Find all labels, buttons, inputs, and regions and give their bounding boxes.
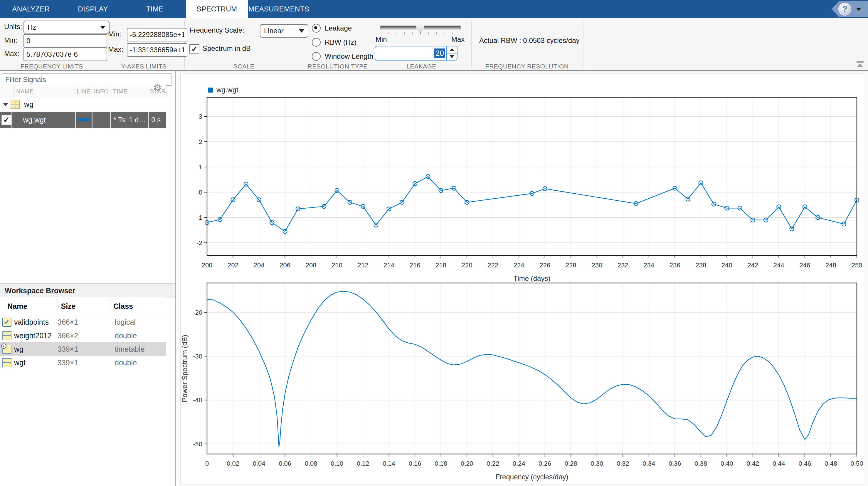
resolution-option-window-length[interactable]: Window Length bbox=[312, 52, 373, 60]
collapse-arrow-icon[interactable] bbox=[3, 103, 8, 106]
collapse-ribbon-button[interactable] bbox=[856, 61, 865, 70]
freq-min-label: Min: bbox=[4, 34, 17, 47]
tab-analyzer[interactable]: ANALYZER bbox=[0, 0, 62, 18]
signal-row-selected[interactable]: ✓ wg.wgt * Ts: 1 d… 0 s bbox=[0, 112, 166, 128]
spectrum-plot-area[interactable] bbox=[207, 283, 857, 454]
signal-group-row[interactable]: wg bbox=[0, 97, 166, 111]
tab-bar: ANALYZERDISPLAYTIMESPECTRUMMEASUREMENTS bbox=[0, 0, 868, 18]
display-panel: wg.wgt 200202204206208210212214216218220… bbox=[176, 71, 868, 486]
x-tick-label: 0.14 bbox=[382, 460, 395, 467]
x-tick-label: 242 bbox=[748, 261, 758, 269]
signal-name: wg.wgt bbox=[12, 116, 46, 124]
leakage-slider-ticks bbox=[380, 32, 461, 34]
yaxes-max-label: Max: bbox=[108, 43, 123, 56]
freq-max-label: Max: bbox=[4, 48, 20, 60]
y-tick-label: 2 bbox=[199, 138, 202, 145]
tab-display[interactable]: DISPLAY bbox=[62, 0, 124, 18]
variable-name: weight2012 bbox=[14, 332, 52, 340]
help-button[interactable]: ? bbox=[832, 1, 868, 17]
spin-down-button[interactable] bbox=[447, 54, 457, 60]
collapse-ribbon-icon bbox=[857, 63, 863, 67]
filter-signals-input[interactable] bbox=[2, 74, 172, 86]
x-tick-label: 244 bbox=[773, 261, 784, 269]
spectrum-in-db-label: Spectrum in dB bbox=[203, 42, 251, 55]
help-icon: ? bbox=[838, 3, 851, 16]
x-tick-label: 0.30 bbox=[590, 460, 603, 467]
x-tick-label: 0.20 bbox=[461, 460, 473, 467]
resolution-option-rbw-hz-[interactable]: RBW (Hz) bbox=[312, 38, 373, 47]
signal-checkbox[interactable]: ✓ bbox=[1, 115, 11, 125]
x-tick-label: 0.02 bbox=[227, 460, 239, 467]
chevron-down-icon bbox=[100, 26, 105, 29]
yaxes-max-input[interactable] bbox=[127, 43, 187, 57]
x-tick-label: 0.44 bbox=[773, 460, 785, 467]
variable-size: 339×1 bbox=[58, 359, 78, 367]
x-tick-label: 0.26 bbox=[538, 460, 551, 467]
freq-max-input[interactable] bbox=[24, 48, 107, 61]
workspace-table-header: Name Size Class bbox=[0, 297, 166, 315]
x-tick-label: 208 bbox=[306, 261, 316, 269]
signal-line-swatch[interactable] bbox=[78, 118, 90, 121]
variable-class: double bbox=[115, 359, 137, 367]
y-tick-label: 3 bbox=[199, 113, 202, 120]
frequency-scale-dropdown[interactable]: Linear bbox=[260, 24, 308, 38]
yaxes-min-input[interactable] bbox=[127, 28, 187, 41]
leakage-value-field[interactable]: 20 bbox=[375, 47, 446, 60]
freq-min-input[interactable] bbox=[24, 34, 107, 48]
workspace-row-weight2012[interactable]: weight2012366×2double bbox=[0, 329, 166, 342]
x-tick-label: 0.48 bbox=[825, 460, 837, 467]
column-header-name: NAME bbox=[13, 85, 74, 98]
leakage-max-label: Max bbox=[451, 35, 465, 44]
time-plot-area[interactable] bbox=[207, 97, 857, 256]
resolution-option-leakage[interactable]: Leakage bbox=[312, 24, 373, 32]
workspace-row-wg[interactable]: wg339×1timetable bbox=[0, 342, 166, 356]
radio-icon[interactable] bbox=[312, 52, 321, 61]
x-tick-label: 206 bbox=[280, 261, 290, 269]
x-tick-label: 204 bbox=[254, 261, 265, 269]
x-tick-label: 0.06 bbox=[279, 460, 291, 467]
matrix-icon bbox=[2, 331, 11, 340]
frequency-scale-label: Frequency Scale: bbox=[189, 24, 244, 36]
signal-analyzer-window: ANALYZERDISPLAYTIMESPECTRUMMEASUREMENTS … bbox=[0, 0, 868, 486]
spin-up-button[interactable] bbox=[447, 47, 457, 54]
tab-measurements[interactable]: MEASUREMENTS bbox=[248, 0, 310, 18]
variable-name: validpoints bbox=[14, 318, 49, 326]
variable-size: 339×1 bbox=[58, 345, 78, 353]
x-tick-label: 0.10 bbox=[331, 460, 343, 467]
column-header-class: Class bbox=[110, 297, 166, 315]
workspace-browser-titlebar: Workspace Browser bbox=[0, 283, 175, 298]
workspace-row-wgt[interactable]: wgt339×1double bbox=[0, 356, 166, 369]
x-tick-label: 218 bbox=[435, 261, 446, 269]
gear-icon[interactable]: ⚙ bbox=[153, 83, 162, 92]
units-dropdown[interactable]: Hz bbox=[24, 21, 110, 34]
y-tick-label: -20 bbox=[193, 309, 202, 316]
workspace-row-validpoints[interactable]: validpoints366×1logical bbox=[0, 315, 166, 329]
check-icon: ✓ bbox=[191, 45, 197, 54]
x-tick-label: 220 bbox=[462, 261, 472, 269]
variable-class: timetable bbox=[115, 345, 145, 353]
tab-spectrum[interactable]: SPECTRUM bbox=[186, 0, 248, 18]
y-tick-label: -1 bbox=[196, 214, 202, 221]
x-tick-label: 0.46 bbox=[799, 460, 811, 467]
frequency-scale-value: Linear bbox=[264, 27, 284, 35]
signal-info-cell bbox=[92, 112, 110, 128]
x-tick-label: 0.40 bbox=[721, 460, 733, 467]
column-header-time: TIME bbox=[110, 85, 147, 98]
x-tick-label: 234 bbox=[643, 261, 654, 269]
x-tick-label: 240 bbox=[721, 261, 732, 269]
radio-icon[interactable] bbox=[312, 38, 321, 47]
y-tick-label: 0 bbox=[199, 189, 202, 196]
x-tick-label: 0.22 bbox=[487, 460, 499, 467]
radio-icon[interactable] bbox=[312, 24, 321, 33]
section-title-frequency-resolution: FREQUENCY RESOLUTION bbox=[471, 63, 583, 70]
x-tick-label: 0.38 bbox=[694, 460, 707, 467]
leakage-spinner[interactable]: 20 bbox=[375, 46, 458, 60]
x-tick-label: 0.16 bbox=[409, 460, 422, 467]
tab-time[interactable]: TIME bbox=[124, 0, 186, 18]
x-tick-label: 230 bbox=[591, 261, 602, 269]
x-tick-label: 0.24 bbox=[513, 460, 525, 467]
leakage-spin-buttons bbox=[446, 47, 457, 60]
spectrum-in-db-checkbox[interactable]: ✓ bbox=[189, 44, 199, 54]
x-tick-label: 0.36 bbox=[669, 460, 681, 467]
y-tick-label: 1 bbox=[199, 163, 202, 171]
